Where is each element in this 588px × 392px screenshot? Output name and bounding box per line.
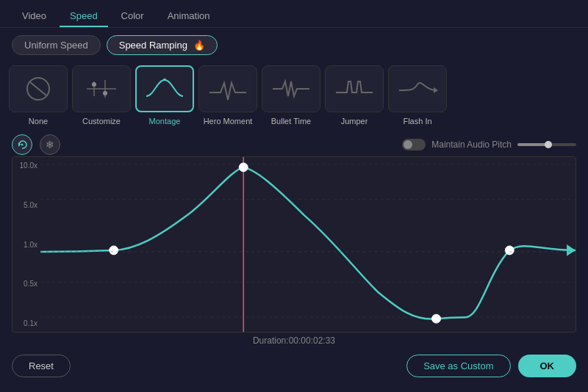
controls-row: ❄ Maintain Audio Pitch [0,131,588,156]
svg-point-19 [505,246,514,255]
audio-pitch-control: Maintain Audio Pitch [402,139,576,150]
pitch-slider-knob [545,141,552,148]
tab-speed[interactable]: Speed [60,6,108,27]
preset-flash-in[interactable]: Flash In [388,65,447,126]
preset-montage-label: Montage [149,117,181,126]
preset-none[interactable]: None [9,65,68,126]
svg-point-6 [103,91,107,95]
y-axis: 10.0x 5.0x 1.0x 0.5x 0.1x [12,157,40,332]
fire-icon: 🔥 [193,40,205,51]
toggle-knob [404,140,412,149]
bottom-row: Reset Save as Custom OK [0,349,588,383]
pitch-slider[interactable] [517,143,576,146]
svg-marker-20 [567,244,576,256]
svg-point-18 [432,314,441,323]
y-label-10: 10.0x [15,161,37,170]
preset-none-label: None [29,117,48,126]
preset-jumper-label: Jumper [341,117,368,126]
y-label-1: 1.0x [15,241,37,249]
preset-bullet-time[interactable]: Bullet Time [262,65,320,126]
save-as-custom-button[interactable]: Save as Custom [406,355,510,377]
mode-row: Uniform Speed Speed Ramping 🔥 [0,28,588,62]
svg-point-9 [21,144,24,146]
tab-animation[interactable]: Animation [157,6,220,27]
svg-point-5 [92,82,96,87]
speed-ramping-button[interactable]: Speed Ramping 🔥 [107,35,218,55]
y-label-05: 0.5x [15,280,37,288]
preset-hero-moment-label: Hero Moment [204,117,253,126]
svg-point-17 [239,163,248,172]
duration-label: Duration: [253,335,289,346]
preset-bullet-time-label: Bullet Time [271,117,311,126]
ok-button[interactable]: OK [518,355,577,377]
preset-hero-moment[interactable]: Hero Moment [198,65,257,126]
presets-row: None Customize Montage [0,62,588,131]
tab-color[interactable]: Color [111,6,154,27]
snowflake-icon: ❄ [46,139,54,150]
duration-row: Duration:00:00:02:33 [0,333,588,349]
tab-video[interactable]: Video [12,6,57,27]
svg-marker-7 [434,87,438,93]
audio-pitch-toggle[interactable] [402,139,426,150]
preset-customize[interactable]: Customize [72,65,131,126]
uniform-speed-button[interactable]: Uniform Speed [12,35,101,55]
chart-canvas[interactable] [40,157,576,332]
audio-pitch-label: Maintain Audio Pitch [431,139,512,150]
duration-value: 00:00:02:33 [289,335,335,346]
y-label-5: 5.0x [15,201,37,209]
preset-customize-label: Customize [82,117,121,126]
svg-point-16 [110,246,118,255]
top-nav: Video Speed Color Animation [0,0,588,28]
chart-area: 10.0x 5.0x 1.0x 0.5x 0.1x [12,156,576,333]
y-label-01: 0.1x [15,319,37,327]
undo-icon [17,139,27,150]
reset-button[interactable]: Reset [12,355,71,377]
preset-montage[interactable]: Montage [135,65,194,126]
svg-line-1 [30,82,46,95]
freeze-button[interactable]: ❄ [40,134,60,155]
preset-jumper[interactable]: Jumper [325,65,384,126]
undo-button[interactable] [12,134,32,155]
preset-flash-in-label: Flash In [403,117,431,126]
